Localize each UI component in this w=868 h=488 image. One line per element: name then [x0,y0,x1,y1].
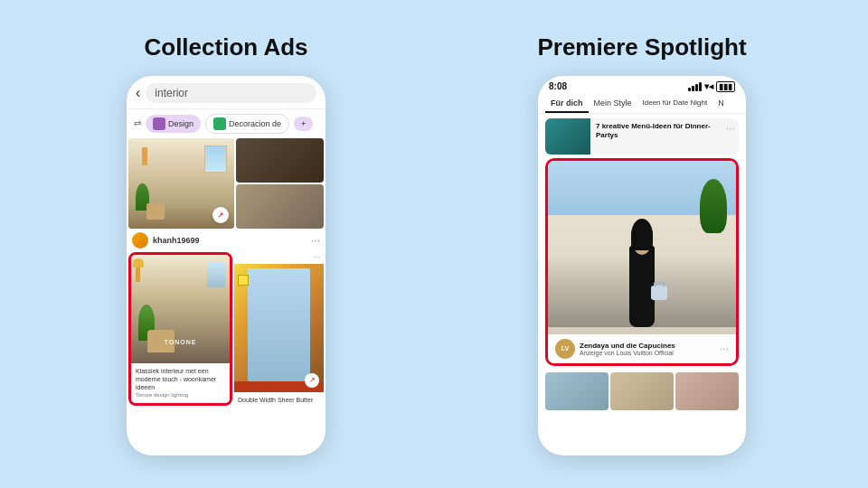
ca-chip-decoracion[interactable]: Decoracion de [205,114,289,134]
hallway-door-inner [248,268,310,383]
ps-small-card-text: 7 kreative Menü-Ideen für Dinner-Partys [590,118,722,155]
ca-back-button[interactable]: ‹ [136,85,140,101]
ca-chip-extra[interactable]: + [294,117,313,131]
collection-ads-phone: ‹ interior ⇄ Design Decoracion de + [127,76,326,455]
ca-brand-text: TONONE [131,339,230,345]
collection-ads-section: Collection Ads ‹ interior ⇄ Design Decor… [36,33,416,455]
ca-search-header: ‹ interior [127,76,326,109]
ca-chip-extra-label: + [301,119,306,128]
ca-top-images-right [236,138,324,229]
collection-ads-title: Collection Ads [144,33,307,61]
interior-lamp-shade [133,258,144,267]
ps-tab-n[interactable]: N [712,95,730,113]
ca-featured-pin: TONONE Klassiek interieur met een modern… [128,252,232,406]
ca-second-top-dots[interactable]: ··· [234,252,324,262]
ca-search-text: interior [155,87,188,99]
ca-chip-decoracion-label: Decoracion de [229,119,281,128]
ps-tree [700,179,727,233]
main-container: Collection Ads ‹ interior ⇄ Design Decor… [0,15,868,474]
interior-window [207,262,225,287]
ca-featured-caption: Klassiek interieur met een moderne touch… [131,363,230,403]
ps-tab-ideen[interactable]: Ideen für Date Night [637,95,713,113]
room-lamp [142,147,147,165]
ps-small-card: 7 kreative Menü-Ideen für Dinner-Partys … [545,118,739,155]
room-window [204,145,227,173]
ca-top-image-rt [236,138,324,183]
ps-tab-furdich-label: Für dich [551,99,583,108]
ca-featured-title: Klassiek interieur met een moderne touch… [136,367,225,391]
ps-nav-tabs: Für dich Mein Style Ideen für Date Night… [538,95,746,114]
ca-chip-design-icon [153,117,165,130]
ca-save-button-top[interactable]: ↗ [212,207,229,223]
ca-chip-design-label: Design [168,119,193,128]
ca-second-image: ↗ [234,264,324,392]
ca-chip-decoracion-icon [213,117,226,130]
ps-signal-icon [688,82,702,91]
ps-tab-meinstyle-label: Mein Style [594,99,632,108]
ps-bottom-thumb-2 [610,372,674,410]
ca-top-image-left: ↗ [128,138,234,229]
ca-featured-image: TONONE [131,255,230,363]
ca-user-dots[interactable]: ··· [311,234,320,247]
premiere-spotlight-title: Premiere Spotlight [537,33,746,61]
ca-search-box[interactable]: interior [146,83,316,103]
ca-top-image-rb [236,184,324,229]
ca-user-row: khanh19699 ··· [127,229,326,252]
premiere-spotlight-section: Premiere Spotlight 8:08 ▾◂ ▮▮▮ [452,33,832,455]
ps-lv-logo: LV [555,339,575,359]
ca-featured-subtitle: Tonore design lighting [136,392,225,399]
premiere-spotlight-phone: 8:08 ▾◂ ▮▮▮ Für dich [538,76,746,455]
ps-tab-ideen-label: Ideen für Date Night [643,99,708,107]
ps-bar-1 [688,88,691,91]
ps-tab-n-label: N [718,99,724,108]
ps-ad-title: Zendaya und die Capucines [580,342,715,350]
ps-woman-group [629,246,655,327]
ps-ad-label: Anzeige von [580,350,615,356]
ps-bottom-thumb-3 [675,372,739,410]
ps-battery-icon: ▮▮▮ [716,81,735,92]
ca-second-caption: Double Width Sheer Butter [234,394,324,406]
ps-bar-3 [695,84,698,91]
ps-bottom-strip [538,370,746,410]
ps-wifi-icon: ▾◂ [704,81,713,91]
ps-small-card-dots[interactable]: ··· [722,118,739,155]
ca-filter-icon[interactable]: ⇄ [134,118,141,128]
ca-bottom-grid: TONONE Klassiek interieur met een modern… [127,252,326,406]
ps-featured-ad: LV Zendaya und die Capucines Anzeige von… [545,158,739,366]
ps-small-thumbnail [545,118,590,155]
ca-second-save-button[interactable]: ↗ [305,373,319,388]
ps-ad-caption: LV Zendaya und die Capucines Anzeige von… [548,334,736,363]
ps-woman-hair [631,219,653,250]
hallway-art-inner [238,275,249,286]
ca-chip-design[interactable]: Design [146,115,201,133]
ps-status-right: ▾◂ ▮▮▮ [688,81,735,92]
ca-filter-row: ⇄ Design Decoracion de + [127,109,326,138]
room-chair [146,203,165,220]
ca-user-avatar [132,232,148,249]
ca-username: khanh19699 [153,236,200,245]
ps-bar-4 [699,82,702,91]
ps-bottom-thumb-1 [545,372,609,410]
ps-status-bar: 8:08 ▾◂ ▮▮▮ [538,76,746,95]
ps-ad-brand: Louis Vuitton Official [616,350,673,356]
ps-lv-bag [651,286,667,300]
ca-top-images: ↗ [127,138,326,229]
ca-second-title: Double Width Sheer Butter [238,397,313,403]
ps-bar-2 [692,86,694,91]
ps-tab-meinstyle[interactable]: Mein Style [589,95,637,113]
ps-bag-handle [654,282,665,286]
ps-ad-dots[interactable]: ··· [720,343,729,355]
ps-tab-furdich[interactable]: Für dich [545,95,589,113]
ps-small-card-title: 7 kreative Menü-Ideen für Dinner-Partys [596,122,717,141]
ps-time: 8:08 [549,81,567,91]
ps-featured-image [548,161,736,363]
ca-second-pin: ··· ↗ Double Width Sheer Butter [234,252,324,406]
ps-ad-subtitle: Anzeige von Louis Vuitton Official [580,350,715,356]
ps-ad-text-block: Zendaya und die Capucines Anzeige von Lo… [580,342,715,356]
